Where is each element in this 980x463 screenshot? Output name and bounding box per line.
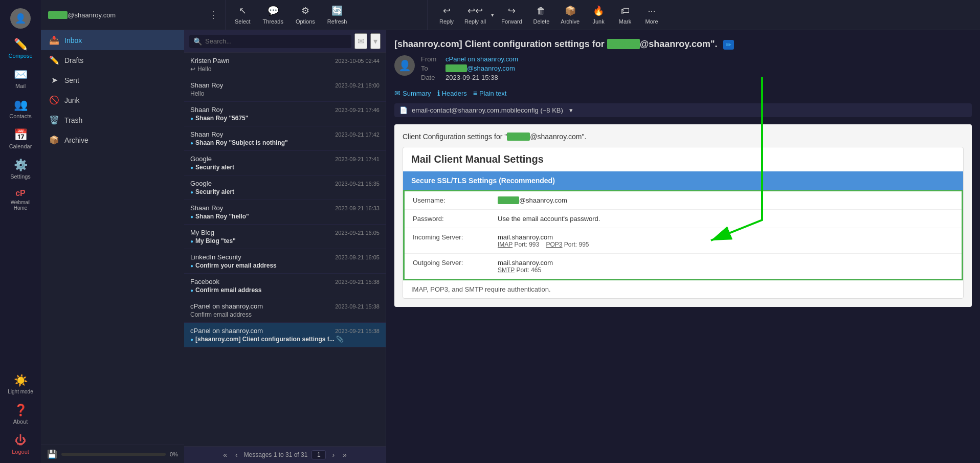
options-button[interactable]: ⚙ Options	[291, 2, 320, 28]
delete-button[interactable]: 🗑 Delete	[528, 3, 555, 28]
last-page-button[interactable]: »	[341, 450, 349, 460]
filter-dropdown-button[interactable]: ▾	[370, 33, 381, 49]
reply-button[interactable]: ↩ Reply	[434, 2, 459, 28]
storage-progress-bg	[61, 453, 166, 456]
list-item[interactable]: Shaan Roy 2023-09-21 18:00 Hello	[184, 77, 386, 102]
sidebar-item-calendar[interactable]: 📅 Calendar	[3, 124, 38, 153]
threads-label: Threads	[263, 18, 283, 25]
reply-all-button[interactable]: ↩↩ Reply all	[460, 2, 490, 28]
sidebar-logout-label: Logout	[12, 449, 29, 455]
to-label: To	[421, 64, 441, 72]
select-button[interactable]: ↖ Select	[230, 2, 256, 28]
email-subject: ●Confirm email address	[190, 286, 380, 294]
nav-archive-label: Archive	[64, 136, 88, 144]
email-detail-area: [shaanroy.com] Client configuration sett…	[386, 30, 980, 463]
compose-mail-button[interactable]: ✉	[354, 33, 367, 49]
inbox-nav-icon: 📥	[49, 35, 59, 45]
storage-percent: 0%	[170, 451, 178, 457]
list-item[interactable]: LinkedIn Security 2023-09-21 16:05 ●Conf…	[184, 249, 386, 274]
junk-label: Junk	[592, 18, 604, 25]
email-date: 2023-09-21 17:41	[335, 156, 380, 162]
email-date: 2023-09-21 16:33	[335, 205, 380, 211]
sidebar-contacts-label: Contacts	[9, 113, 31, 119]
list-item[interactable]: Kristen Pawn 2023-10-05 02:44 ↩Hello	[184, 53, 386, 77]
nav-item-archive[interactable]: 📦 Archive	[41, 130, 184, 150]
sidebar-item-contacts[interactable]: 👥 Contacts	[3, 94, 38, 123]
list-item[interactable]: cPanel on shaanroy.com 2023-09-21 15:38 …	[184, 323, 386, 347]
mark-button[interactable]: 🏷 Mark	[612, 3, 638, 28]
body-intro-text: Client Configuration settings for "conta…	[403, 133, 964, 141]
list-item[interactable]: Shaan Roy 2023-09-21 16:33 ●Shaan Roy "h…	[184, 200, 386, 225]
email-sender: Kristen Pawn	[190, 57, 230, 64]
incoming-value: mail.shaanroy.com IMAP Port: 993 POP3 Po…	[498, 233, 589, 248]
email-action-toolbar: ↩ Reply ↩↩ Reply all ▾ ↪ Forward 🗑 Dele	[427, 0, 980, 30]
attachment-bar[interactable]: 📄 email-contact@shaanroy.com.mobileconfi…	[394, 103, 972, 117]
reply-all-dropdown[interactable]: ▾	[490, 9, 495, 21]
attachment-name: email-contact@shaanroy.com.mobileconfig …	[412, 106, 563, 114]
sidebar-item-webmail[interactable]: cP Webmail Home	[3, 185, 38, 215]
refresh-button[interactable]: 🔄 Refresh	[322, 2, 352, 28]
list-item[interactable]: My Blog 2023-09-21 16:05 ●My Blog "tes"	[184, 225, 386, 249]
threads-button[interactable]: 💬 Threads	[258, 2, 288, 28]
headers-icon: ℹ	[437, 89, 440, 97]
first-page-button[interactable]: «	[221, 450, 229, 460]
email-list-footer: « ‹ Messages 1 to 31 of 31 › »	[184, 446, 386, 463]
email-subject: ●Shaan Roy "5675"	[190, 115, 380, 122]
to-email-suffix: @shaanroy.com	[467, 64, 515, 72]
unread-dot: ●	[190, 214, 193, 219]
list-item[interactable]: Shaan Roy 2023-09-21 17:46 ●Shaan Roy "5…	[184, 102, 386, 126]
email-subject: ●My Blog "tes"	[190, 237, 380, 245]
outgoing-server-name: mail.shaanroy.com	[498, 259, 553, 267]
forward-button[interactable]: ↪ Forward	[496, 2, 527, 28]
junk-button[interactable]: 🔥 Junk	[586, 2, 611, 28]
archive-button[interactable]: 📦 Archive	[555, 2, 585, 28]
nav-item-drafts[interactable]: ✏️ Drafts	[41, 50, 184, 70]
list-item[interactable]: Shaan Roy 2023-09-21 17:42 ●Shaan Roy "S…	[184, 126, 386, 151]
email-date: 2023-09-21 16:05	[335, 230, 380, 236]
reply-icon: ↩	[443, 5, 451, 16]
list-item[interactable]: cPanel on shaanroy.com 2023-09-21 15:38 …	[184, 298, 386, 323]
from-value: cPanel on shaanroy.com	[446, 55, 518, 63]
sidebar-item-compose[interactable]: ✏️ Compose	[3, 34, 38, 63]
sidebar-item-mail[interactable]: ✉️ Mail	[3, 64, 38, 93]
sidebar-item-lightmode[interactable]: ☀️ Light mode	[3, 370, 38, 399]
list-item[interactable]: Google 2023-09-21 17:41 ●Security alert	[184, 151, 386, 175]
calendar-icon: 📅	[14, 128, 28, 142]
forward-label: Forward	[501, 18, 522, 25]
nav-item-sent[interactable]: ➤ Sent	[41, 70, 184, 90]
refresh-label: Refresh	[327, 18, 347, 25]
more-button[interactable]: ··· More	[639, 3, 664, 28]
summary-view-btn[interactable]: ✉ Summary	[394, 89, 431, 97]
list-item[interactable]: Facebook 2023-09-21 15:38 ●Confirm email…	[184, 274, 386, 298]
email-subject: ●Shaan Roy "Subject is nothing"	[190, 139, 380, 146]
search-input[interactable]	[205, 37, 347, 45]
password-label: Password:	[413, 215, 489, 223]
page-input[interactable]	[311, 450, 326, 459]
sidebar-item-settings[interactable]: ⚙️ Settings	[3, 155, 38, 184]
nav-more-button[interactable]: ⋮	[209, 9, 218, 20]
sidebar-item-about[interactable]: ❓ About	[3, 400, 38, 429]
sent-nav-icon: ➤	[49, 75, 59, 85]
subject-email-redacted: contact	[607, 39, 640, 49]
junk-nav-icon: 🚫	[49, 95, 59, 105]
edit-subject-button[interactable]: ✏	[723, 40, 734, 50]
archive-icon: 📦	[565, 5, 576, 16]
next-page-button[interactable]: ›	[330, 450, 337, 460]
nav-item-inbox[interactable]: 📥 Inbox	[41, 30, 184, 50]
sidebar-avatar: 👤	[3, 4, 38, 33]
outgoing-label: Outgoing Server:	[413, 259, 489, 267]
date-label: Date	[421, 74, 441, 81]
nav-item-trash[interactable]: 🗑️ Trash	[41, 110, 184, 130]
headers-view-btn[interactable]: ℹ Headers	[437, 89, 467, 97]
nav-item-junk[interactable]: 🚫 Junk	[41, 90, 184, 110]
settings-row-incoming: Incoming Server: mail.shaanroy.com IMAP …	[405, 228, 962, 254]
select-icon: ↖	[239, 5, 247, 16]
prev-page-button[interactable]: ‹	[233, 450, 240, 460]
settings-table: Username: contact@shaanroy.com Password:…	[403, 190, 963, 280]
sidebar-item-logout[interactable]: ⏻ Logout	[3, 430, 38, 459]
list-item[interactable]: Google 2023-09-21 16:35 ●Security alert	[184, 175, 386, 200]
plain-view-btn[interactable]: ≡ Plain text	[473, 89, 507, 97]
select-label: Select	[235, 18, 251, 25]
email-list-panel: 🔍 ✉ ▾ Kristen Pawn 2023-10-05 02:44	[184, 30, 386, 463]
attachment-dropdown[interactable]: ▾	[569, 106, 573, 114]
